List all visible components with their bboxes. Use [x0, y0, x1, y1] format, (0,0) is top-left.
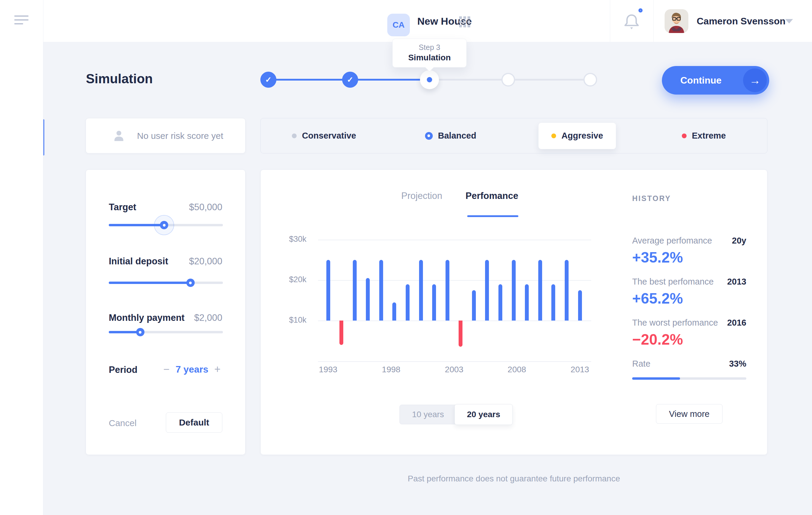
app-root: CA New House Cameron Svensson Step 3 Sim… [0, 0, 812, 515]
x-axis-tick: 2003 [445, 365, 463, 374]
user-name[interactable]: Cameron Svensson [697, 0, 786, 42]
extreme-dot-icon [682, 134, 687, 138]
cancel-button[interactable]: Cancel [109, 418, 137, 428]
chart-bar-2010 [551, 284, 555, 320]
chart-bar-1997 [379, 260, 383, 320]
y-axis-tick: $10k [271, 315, 307, 325]
rate-label: Rate [632, 359, 650, 369]
risk-option-label: Aggresive [561, 131, 603, 141]
y-axis-tick: $30k [271, 235, 307, 244]
risk-option-chip[interactable]: Aggresive [538, 122, 616, 149]
header-divider [653, 0, 654, 42]
monthly-payment-slider-handle[interactable] [136, 328, 144, 336]
history-item-label: Average perfomance [632, 236, 712, 246]
rate-progress [632, 377, 746, 380]
default-button[interactable]: Default [166, 412, 222, 433]
range-toggle: 10 years 20 years [400, 405, 513, 424]
chart-bar-1995 [353, 260, 357, 320]
initial-deposit-value: $20,000 [189, 256, 222, 267]
period-value: 7 years [176, 364, 208, 375]
page-title: Simulation [86, 71, 153, 86]
history-item-meta: 2013 [727, 277, 746, 287]
chart-bar-1998 [392, 303, 396, 320]
chart-bar-2007 [512, 260, 516, 320]
performance-panel: Projection Perfomance $30k $20k $10k 199… [260, 170, 767, 455]
history-item-value: +35.2% [632, 249, 683, 266]
rate-progress-fill [632, 377, 680, 380]
chart-bar-1996 [366, 278, 370, 320]
initial-deposit-label: Initial deposit [109, 256, 168, 267]
chart-bar-2008 [525, 284, 529, 320]
history-item-value: +65.2% [632, 290, 683, 307]
history-item-meta: 20y [732, 236, 746, 246]
history-item-label: The worst perfomance [632, 318, 718, 328]
y-axis-tick: $20k [271, 275, 307, 284]
chart-bar-1993 [326, 260, 330, 320]
menu-icon[interactable] [14, 16, 29, 27]
step-3-current[interactable] [420, 70, 439, 89]
continue-label: Continue [680, 75, 722, 86]
history-item-meta: 2016 [727, 318, 746, 328]
chevron-down-icon[interactable] [785, 19, 793, 24]
chart-bar-2002 [445, 260, 450, 320]
initial-deposit-slider[interactable] [109, 282, 223, 284]
radio-selected-icon [425, 132, 433, 140]
step-1-done[interactable]: ✓ [260, 71, 277, 88]
risk-option-conservative[interactable]: Conservative [261, 118, 387, 153]
history-section: HISTORY Average perfomance 20y +35.2% Th… [632, 170, 746, 455]
chart-bar-2011 [565, 260, 569, 320]
rate-value: 33% [729, 359, 746, 369]
risk-option-label: Balanced [438, 131, 476, 141]
x-axis-tick: 2008 [508, 365, 526, 374]
monthly-payment-slider[interactable] [109, 331, 223, 333]
target-label: Target [109, 202, 136, 212]
conservative-dot-icon [292, 134, 297, 138]
header-divider [610, 0, 610, 42]
chart-bar-2009 [538, 260, 542, 320]
risk-score-empty-text: No user risk score yet [137, 131, 223, 141]
period-plus-button[interactable]: + [212, 363, 222, 376]
project-avatar-chip[interactable]: CA [387, 14, 410, 36]
target-slider[interactable] [109, 224, 223, 226]
continue-button[interactable]: Continue → [662, 66, 769, 94]
risk-option-extreme[interactable]: Extreme [640, 118, 767, 153]
user-silhouette-icon [112, 130, 126, 142]
range-20-years-button[interactable]: 20 years [455, 404, 513, 425]
slider-fill [109, 282, 191, 284]
notification-badge [638, 8, 643, 12]
initial-deposit-slider-handle[interactable] [186, 279, 195, 287]
step-tooltip-label: Simulation [396, 53, 463, 62]
chart-bar-2003 [459, 320, 462, 347]
x-axis-line [318, 361, 591, 362]
disclaimer-text: Past performance does not guarantee futu… [260, 474, 767, 484]
sidebar [0, 0, 44, 515]
notifications-bell-icon[interactable] [620, 9, 644, 33]
avatar[interactable] [665, 9, 688, 33]
simulator-panel: Target $50,000 Initial deposit $20,000 M… [86, 170, 245, 455]
risk-option-balanced[interactable]: Balanced [387, 118, 514, 153]
apps-grid-icon[interactable] [459, 16, 471, 28]
risk-option-label: Conservative [302, 131, 356, 141]
history-item-label: The best perfomance [632, 277, 714, 287]
chart-bar-2001 [432, 284, 436, 320]
step-2-done[interactable]: ✓ [342, 71, 358, 88]
step-tooltip: Step 3 Simulation [392, 39, 467, 67]
history-item-value: −20.2% [632, 331, 683, 348]
range-10-years-button[interactable]: 10 years [400, 405, 456, 424]
target-value: $50,000 [189, 202, 222, 212]
step-4-todo[interactable] [501, 73, 515, 87]
history-title: HISTORY [632, 194, 671, 203]
risk-option-aggresive[interactable]: Aggresive [514, 118, 640, 153]
chart-bar-1999 [406, 284, 410, 320]
step-5-todo[interactable] [583, 73, 597, 87]
aggresive-dot-icon [551, 134, 556, 138]
step-tooltip-step: Step 3 [396, 43, 463, 52]
chart-plot: 1993 1998 2003 2008 2013 [318, 170, 591, 361]
risk-score-card: No user risk score yet [86, 118, 245, 153]
view-more-button[interactable]: View more [656, 404, 723, 424]
period-stepper: − 7 years + [162, 363, 222, 376]
chart-bar-2000 [419, 260, 423, 320]
monthly-payment-value: $2,000 [194, 313, 222, 323]
target-slider-handle[interactable] [160, 221, 168, 229]
period-minus-button[interactable]: − [162, 363, 172, 376]
